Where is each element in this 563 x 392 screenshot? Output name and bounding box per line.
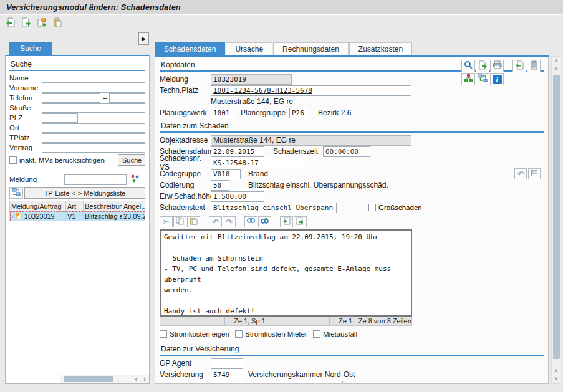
- telefon-extension-input[interactable]: [109, 93, 145, 103]
- flag-button[interactable]: [528, 168, 541, 179]
- import-text-button[interactable]: [280, 216, 293, 227]
- schadensnr-field[interactable]: [211, 158, 304, 168]
- org-chart-change-button[interactable]: [476, 73, 489, 85]
- tab-suche[interactable]: Suche: [9, 42, 52, 55]
- display-document-icon: [478, 60, 488, 72]
- vorname-input[interactable]: [42, 84, 145, 93]
- cell-beschreibung[interactable]: Blitzschlag ei...: [84, 211, 122, 221]
- stromkosten-eigen-group: Stromkosten eigen: [160, 330, 235, 338]
- doc-import-button[interactable]: [512, 60, 526, 72]
- cut-icon: ✂: [163, 218, 169, 226]
- undo-button[interactable]: ↶: [514, 168, 527, 179]
- cell-art[interactable]: V1: [66, 211, 84, 221]
- tplatz-input[interactable]: [42, 133, 145, 143]
- schadenszeit-field[interactable]: [323, 146, 370, 157]
- tab-ursache[interactable]: Ursache: [226, 42, 272, 55]
- telefon-label: Telefon: [9, 94, 42, 102]
- cell-meldung[interactable]: · 10323019: [10, 211, 66, 221]
- versicherung-field[interactable]: [211, 370, 243, 380]
- vers-schein-field[interactable]: [211, 381, 343, 385]
- table-row[interactable]: · 10323019 V1 Blitzschlag ei... 23.09.20…: [10, 211, 145, 221]
- strasse-input[interactable]: [42, 103, 145, 113]
- undo-icon: ↶: [212, 218, 219, 227]
- codegruppe-label: Codegruppe: [160, 170, 211, 178]
- column-meldung-auftrag[interactable]: Meldung/Auftrag: [10, 201, 66, 211]
- column-angelegt[interactable]: Angel....: [122, 201, 145, 211]
- scroll-up-button[interactable]: ∧: [552, 57, 560, 65]
- technplatz-field[interactable]: [211, 85, 411, 96]
- schadenstext-field[interactable]: [211, 203, 337, 213]
- grossschaden-checkbox[interactable]: [368, 204, 376, 211]
- horizontal-scrollbar[interactable]: ··· ‹ ›: [60, 375, 149, 383]
- column-art[interactable]: Art: [66, 201, 84, 211]
- telefon-input[interactable]: [42, 93, 100, 103]
- scroll-left-button[interactable]: ‹: [132, 376, 140, 383]
- cell-angelegt[interactable]: 23.09.20...: [122, 211, 145, 221]
- tab-rechnungsdaten[interactable]: Rechnungsdaten: [273, 42, 349, 55]
- plz-input[interactable]: [42, 113, 78, 123]
- versicherung-heading: Daten zur Versicherung: [160, 344, 544, 356]
- clipboard-button[interactable]: [527, 60, 541, 72]
- search-button[interactable]: Suche: [118, 154, 145, 166]
- stromkosten-mieter-checkbox[interactable]: [235, 330, 243, 338]
- planergruppe-field[interactable]: [289, 108, 309, 118]
- vertical-scrollbar[interactable]: ∧ ∨ ∧ ∨: [551, 56, 561, 384]
- gp-agent-field[interactable]: [211, 358, 243, 369]
- scroll-down-button[interactable]: ∨: [552, 65, 560, 73]
- tab-schadensdaten[interactable]: Schadensdaten: [155, 42, 225, 55]
- title-bar: Versicherungsmodul ändern: Schadensdaten: [0, 0, 563, 15]
- schadenstext-row: Schadenstext Großschaden: [160, 202, 544, 213]
- display-document-button[interactable]: [476, 60, 489, 72]
- search-section-heading: Suche: [9, 59, 145, 71]
- codierung-row: Codierung Blitzschlag einschl. Überspann…: [160, 179, 544, 191]
- list-swap-button[interactable]: [9, 187, 23, 199]
- codierung-field[interactable]: [211, 180, 229, 191]
- tp-liste-toggle-button[interactable]: TP-Liste <-> Meldungsliste: [24, 187, 145, 199]
- stromkosten-eigen-checkbox[interactable]: [160, 330, 167, 338]
- mietausfall-checkbox[interactable]: [313, 330, 320, 338]
- hscroll-thumb[interactable]: ···: [64, 376, 113, 382]
- redo-button[interactable]: ↷: [223, 216, 236, 227]
- scroll-right-button[interactable]: ›: [140, 376, 149, 383]
- org-chart-button[interactable]: [461, 73, 475, 85]
- schaden-heading: Daten zum Schaden: [160, 121, 544, 133]
- name-input[interactable]: [42, 74, 145, 83]
- find-button[interactable]: [244, 216, 257, 227]
- doc-import-icon: [515, 60, 524, 72]
- cut-button[interactable]: ✂: [160, 216, 173, 227]
- info-button[interactable]: i: [490, 73, 504, 85]
- print-button[interactable]: [490, 60, 504, 72]
- codierung-desc: Blitzschlag einschl. Überspannungsschäd.: [248, 181, 388, 189]
- meldung-input[interactable]: [64, 174, 127, 185]
- vertrag-input[interactable]: [42, 143, 145, 153]
- gp-agent-label: GP Agent: [160, 359, 211, 368]
- display-button[interactable]: [461, 60, 475, 72]
- clipboard-paste-button[interactable]: [52, 17, 63, 29]
- export-text-button[interactable]: [294, 216, 307, 227]
- scroll-up-button-bottom[interactable]: ∧: [552, 367, 560, 375]
- longtext-textarea[interactable]: Gewitter mit Blitzeinschlag am 22.09.201…: [160, 229, 412, 317]
- versicherung-section: Daten zur Versicherung GP Agent Versiche…: [160, 344, 544, 384]
- inactive-mvs-checkbox[interactable]: [9, 156, 17, 164]
- column-beschreibung[interactable]: Beschreibung: [84, 201, 122, 211]
- codegruppe-field[interactable]: [211, 169, 241, 179]
- doc-link-button[interactable]: [36, 17, 47, 29]
- technplatz-address-row: Musterstraße 144, EG re: [160, 96, 544, 107]
- meldung-select-button[interactable]: [129, 174, 140, 185]
- doc-forward-button[interactable]: [21, 17, 32, 29]
- erw-schadhoehe-row: Erw.Schad.höhe: [160, 191, 544, 202]
- tab-zusatzkosten[interactable]: Zusatzkosten: [349, 42, 412, 55]
- scroll-down-button-bottom[interactable]: ∨: [552, 375, 560, 383]
- undo-button[interactable]: ↶: [209, 216, 222, 227]
- planungswerk-field[interactable]: [211, 108, 234, 118]
- doc-import-icon: [6, 17, 16, 29]
- vscroll-thumb[interactable]: [553, 75, 560, 359]
- copy-button[interactable]: [173, 216, 186, 227]
- doc-import-button[interactable]: [5, 17, 16, 29]
- import-text-icon: [282, 217, 291, 227]
- find-next-button[interactable]: [258, 216, 271, 227]
- schadensdatum-field[interactable]: [211, 146, 264, 157]
- erw-schadhoehe-field[interactable]: [211, 191, 264, 202]
- paste-button[interactable]: [187, 216, 200, 227]
- ort-input[interactable]: [42, 123, 145, 133]
